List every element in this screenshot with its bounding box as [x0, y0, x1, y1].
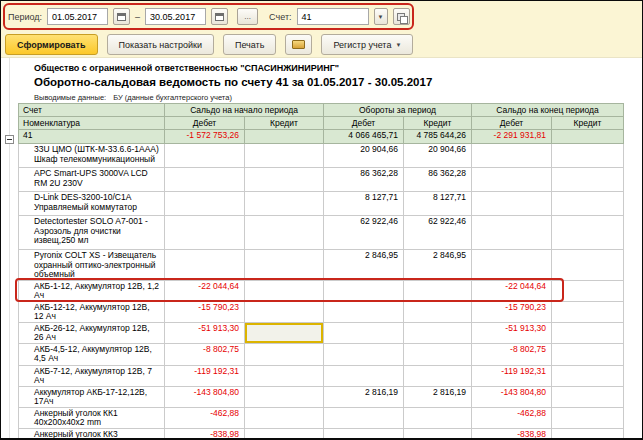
cell-obK[interactable]: 62 922,46	[404, 216, 472, 250]
cell-snK[interactable]	[245, 322, 324, 343]
period-from-input[interactable]: 01.05.2017	[47, 8, 108, 25]
cell-skK[interactable]	[552, 192, 624, 216]
generate-button[interactable]: Сформировать	[5, 34, 98, 55]
nomenclature-cell[interactable]: 41	[19, 130, 165, 144]
nomenclature-cell[interactable]: АКБ-7-12, Аккумулятор 12В, 7 Ач	[19, 365, 165, 386]
cell-obD[interactable]	[324, 280, 404, 301]
cell-snD[interactable]: -51 913,30	[165, 322, 245, 343]
cell-snD[interactable]: -462,88	[165, 407, 245, 428]
cell-snD[interactable]: -15 790,23	[165, 301, 245, 322]
cell-snK[interactable]	[245, 365, 324, 386]
cell-skD[interactable]: -15 790,23	[472, 301, 552, 322]
account-open-button[interactable]	[393, 8, 410, 25]
cell-skD[interactable]	[472, 250, 552, 281]
cell-skD[interactable]: -2 291 931,81	[472, 130, 552, 144]
cell-obD[interactable]	[324, 365, 404, 386]
cell-skK[interactable]	[552, 168, 624, 192]
cell-snK[interactable]	[245, 216, 324, 250]
cell-snD[interactable]: -22 044,64	[165, 280, 245, 301]
cell-snD[interactable]	[165, 144, 245, 168]
cell-snK[interactable]	[245, 407, 324, 428]
cell-skK[interactable]	[552, 428, 624, 440]
cell-snK[interactable]	[245, 130, 324, 144]
cell-obD[interactable]: 4 066 465,71	[324, 130, 404, 144]
cell-snD[interactable]: -143 804,80	[165, 386, 245, 407]
cell-skK[interactable]	[552, 365, 624, 386]
cell-skK[interactable]	[552, 280, 624, 301]
cell-skD[interactable]	[472, 192, 552, 216]
cell-snK[interactable]	[245, 428, 324, 440]
cell-snD[interactable]	[165, 216, 245, 250]
cell-obD[interactable]: 2 816,19	[324, 386, 404, 407]
cell-snD[interactable]: -1 572 753,26	[165, 130, 245, 144]
account-dropdown-button[interactable]: ▼	[374, 8, 388, 25]
cell-skK[interactable]	[552, 343, 624, 365]
nomenclature-cell[interactable]: Pyronix COLT XS - Извещатель охранный оп…	[19, 250, 165, 281]
cell-obK[interactable]	[404, 280, 472, 301]
cell-obK[interactable]: 86 362,28	[404, 168, 472, 192]
cell-skK[interactable]	[552, 386, 624, 407]
cell-obK[interactable]	[404, 365, 472, 386]
cell-skK[interactable]	[552, 301, 624, 322]
cell-snK[interactable]	[245, 386, 324, 407]
cell-obD[interactable]	[324, 343, 404, 365]
account-input[interactable]: 41	[297, 8, 369, 25]
cell-skD[interactable]: -838,98	[472, 428, 552, 440]
cell-obK[interactable]	[404, 301, 472, 322]
cell-skD[interactable]	[472, 216, 552, 250]
cell-obD[interactable]: 86 362,28	[324, 168, 404, 192]
nomenclature-cell[interactable]: D-Link DES-3200-10/C1A Управляемый комму…	[19, 192, 165, 216]
cell-skD[interactable]: -22 044,64	[472, 280, 552, 301]
cell-obK[interactable]: 2 846,95	[404, 250, 472, 281]
nomenclature-cell[interactable]: 33U ЦМО (ШТК-М-33.6.6-1ААА) Шкаф телеком…	[19, 144, 165, 168]
print-button[interactable]: Печать	[223, 34, 276, 55]
cell-obK[interactable]: 4 785 644,26	[404, 130, 472, 144]
cell-snD[interactable]	[165, 168, 245, 192]
cell-snK[interactable]	[245, 280, 324, 301]
cell-obD[interactable]	[324, 322, 404, 343]
cell-snK[interactable]	[245, 168, 324, 192]
cell-obD[interactable]: 20 904,66	[324, 144, 404, 168]
cell-skK[interactable]	[552, 322, 624, 343]
cell-obK[interactable]	[404, 322, 472, 343]
cell-obD[interactable]: 62 922,46	[324, 216, 404, 250]
cell-snK[interactable]	[245, 250, 324, 281]
cell-snK[interactable]	[245, 343, 324, 365]
nomenclature-cell[interactable]: APC Smart-UPS 3000VA LCD RM 2U 230V	[19, 168, 165, 192]
nomenclature-cell[interactable]: АКБ-26-12, Аккумулятор 12В, 26 Ач	[19, 322, 165, 343]
cell-obD[interactable]: 8 127,71	[324, 192, 404, 216]
cell-obD[interactable]	[324, 301, 404, 322]
cell-skK[interactable]	[552, 216, 624, 250]
cell-obD[interactable]	[324, 407, 404, 428]
calendar-from-button[interactable]	[113, 8, 130, 25]
cell-snD[interactable]: -119 192,31	[165, 365, 245, 386]
cell-obK[interactable]	[404, 407, 472, 428]
cell-snD[interactable]	[165, 192, 245, 216]
cell-snD[interactable]: -838,98	[165, 428, 245, 440]
cell-skK[interactable]	[552, 250, 624, 281]
nomenclature-cell[interactable]: Анкерный уголок КК1 40х200х40х2 mm	[19, 407, 165, 428]
nomenclature-cell[interactable]: АКБ-1-12, Аккумулятор 12В, 1,2 Ач	[19, 280, 165, 301]
cell-skK[interactable]	[552, 144, 624, 168]
group-collapse-button[interactable]	[5, 135, 14, 144]
cell-skD[interactable]: -143 804,80	[472, 386, 552, 407]
nomenclature-cell[interactable]: АКБ-4,5-12, Аккумулятор 12В, 4,5 Ач	[19, 343, 165, 365]
cell-snD[interactable]: -8 802,75	[165, 343, 245, 365]
cell-obD[interactable]: 2 846,95	[324, 250, 404, 281]
cell-skD[interactable]	[472, 168, 552, 192]
cell-snK[interactable]	[245, 144, 324, 168]
cell-skD[interactable]: -51 913,30	[472, 322, 552, 343]
nomenclature-cell[interactable]: Аккумулятор АКБ-17-12,12В, 17Ач	[19, 386, 165, 407]
cell-obK[interactable]: 8 127,71	[404, 192, 472, 216]
nomenclature-cell[interactable]: Detectortester SOLO A7-001 - Аэрозоль дл…	[19, 216, 165, 250]
cell-obK[interactable]: 2 816,19	[404, 386, 472, 407]
cell-snK[interactable]	[245, 192, 324, 216]
cell-skD[interactable]: -119 192,31	[472, 365, 552, 386]
nomenclature-cell[interactable]: Анкерный уголок КК3 40х400х40х2 mm	[19, 428, 165, 440]
send-report-button[interactable]	[285, 34, 312, 55]
cell-obK[interactable]	[404, 428, 472, 440]
cell-skK[interactable]	[552, 130, 624, 144]
cell-skD[interactable]: -8 802,75	[472, 343, 552, 365]
cell-skD[interactable]: -462,88	[472, 407, 552, 428]
show-settings-button[interactable]: Показать настройки	[107, 34, 214, 55]
